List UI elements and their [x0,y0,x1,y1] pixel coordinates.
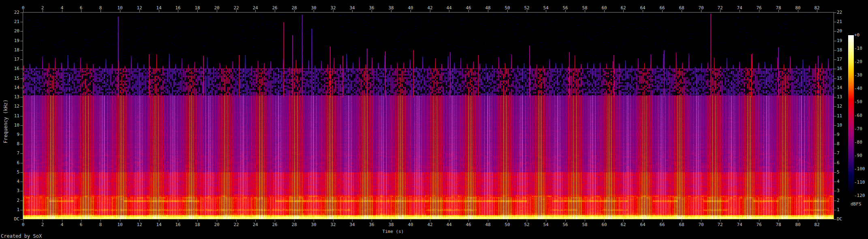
x-tick-label-top: 28 [291,6,297,11]
y-tick-right [834,97,836,97]
x-tick-bottom [294,220,295,222]
x-tick-label-top: 68 [679,6,684,11]
x-tick-bottom [740,220,740,222]
y-tick-label-left: 20 [0,29,19,34]
colorbar-tick-label: -100 [854,167,865,171]
x-tick-label-bottom: 60 [601,222,607,227]
y-tick-right [834,163,836,163]
y-tick-right [834,172,836,173]
y-tick-right [834,201,836,201]
x-tick-label-bottom: 36 [369,222,374,227]
y-tick-right [834,22,836,22]
y-tick-label-right: 17 [837,57,842,62]
y-tick-left [20,88,23,88]
x-tick-label-top: 2 [41,6,44,11]
x-tick-bottom [23,220,24,222]
x-tick-bottom [430,220,430,222]
colorbar-tick-label: -50 [854,99,862,104]
x-tick-label-bottom: 20 [214,222,219,227]
x-tick-label-top: 64 [640,6,645,11]
x-tick-label-bottom: 56 [562,222,568,227]
x-tick-label-bottom: 0 [22,222,25,227]
x-tick-bottom [468,220,469,222]
x-tick-bottom [565,220,566,222]
x-tick-bottom [217,220,217,222]
y-tick-label-right: 1 [837,207,840,212]
y-tick-left [20,153,23,154]
y-tick-label-left: 7 [0,151,19,156]
y-tick-label-left: 13 [0,95,19,99]
y-tick-label-left: 10 [0,123,19,128]
y-tick-label-left: 16 [0,66,19,71]
x-tick-bottom [62,220,62,222]
y-tick-label-left: 14 [0,85,19,90]
x-tick-bottom [352,220,353,222]
x-tick-label-top: 20 [214,6,219,11]
y-tick-right [834,59,836,60]
y-tick-label-right: 19 [837,38,842,43]
y-tick-left [20,144,23,144]
x-tick-label-bottom: 72 [717,222,723,227]
y-tick-right [834,116,836,116]
y-tick-label-right: 21 [837,19,842,24]
x-tick-label-bottom: 2 [41,222,44,227]
y-tick-label-right: 20 [837,29,842,34]
x-tick-label-bottom: 62 [620,222,626,227]
y-tick-label-right: 11 [837,114,842,118]
x-tick-bottom [255,220,256,222]
x-tick-label-top: 4 [61,6,64,11]
y-tick-left [20,163,23,163]
y-tick-left [20,106,23,107]
y-tick-label-left: 19 [0,38,19,43]
y-tick-right [834,135,836,135]
x-tick-bottom [159,220,159,222]
x-tick-bottom [643,220,643,222]
y-tick-label-left: 22 [0,10,19,15]
x-tick-label-bottom: 46 [466,222,471,227]
x-tick-label-top: 56 [562,6,568,11]
x-tick-bottom [100,220,101,222]
x-tick-label-top: 74 [737,6,742,11]
y-tick-label-left: 5 [0,170,19,175]
y-tick-label-right: 7 [837,151,840,156]
x-tick-label-top: 16 [175,6,180,11]
x-tick-bottom [507,220,508,222]
y-tick-left [20,50,23,51]
x-tick-label-bottom: 42 [427,222,432,227]
x-tick-label-bottom: 12 [137,222,142,227]
y-tick-label-right: 5 [837,170,840,175]
x-tick-label-bottom: 64 [640,222,645,227]
y-tick-right [834,88,836,88]
x-tick-label-top: 52 [524,6,529,11]
colorbar-tick-label: -20 [854,59,862,64]
y-tick-label-right: 15 [837,76,842,81]
x-tick-label-top: 60 [601,6,607,11]
y-tick-label-left: 2 [0,198,19,203]
y-tick-left [20,182,23,182]
x-tick-label-top: 38 [388,6,393,11]
x-tick-bottom [178,220,178,222]
y-tick-left [20,97,23,97]
x-tick-label-bottom: 16 [175,222,180,227]
x-tick-bottom [604,220,605,222]
x-tick-label-top: 70 [698,6,703,11]
y-tick-right [834,31,836,32]
y-tick-right [834,78,836,79]
x-tick-bottom [546,220,546,222]
x-tick-label-top: 8 [99,6,102,11]
axis-line-top [23,12,834,13]
x-tick-bottom [778,220,779,222]
x-tick-label-bottom: 28 [291,222,297,227]
y-tick-label-left: 3 [0,188,19,193]
y-tick-label-left: 4 [0,179,19,184]
x-tick-bottom [759,220,759,222]
y-tick-left [20,59,23,60]
x-tick-label-top: 26 [272,6,277,11]
x-tick-bottom [81,220,81,222]
spectrogram-figure: Frequency (kHz) Time (s) dBFS Created by… [0,0,868,239]
x-tick-bottom [275,220,275,222]
y-tick-left [20,135,23,135]
x-tick-label-top: 50 [505,6,510,11]
y-tick-label-right: 2 [837,198,840,203]
x-tick-label-top: 40 [408,6,413,11]
